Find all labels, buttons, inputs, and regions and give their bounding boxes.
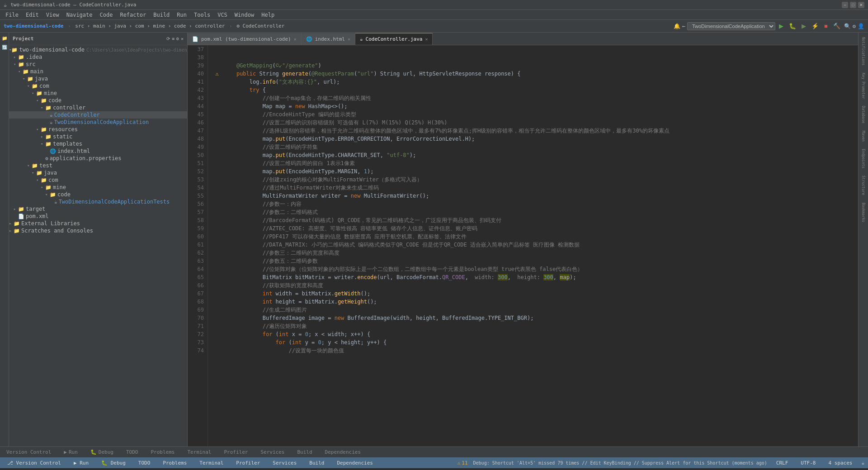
structure-tab[interactable]: Structure [860,172,866,199]
close-button[interactable]: ✕ [858,2,864,8]
stop-button[interactable]: ■ [822,22,830,30]
debug-status[interactable]: 🐛 Debug [98,457,129,468]
bookmarks-tab[interactable]: Bookmarks [860,199,866,226]
tree-item-10[interactable]: ☕TwoDimensionalCodeApplication [9,119,187,126]
editor-tab-2[interactable]: ☕CodeController.java✕ [355,33,433,45]
bottom-tab-problems[interactable]: Problems [148,448,177,456]
menu-item-help[interactable]: Help [258,11,278,19]
services-status[interactable]: Services [269,457,300,468]
code-content[interactable]: @GetMapping(©↙"/generate")⚠ public Strin… [208,45,858,446]
bottom-tab-profiler[interactable]: Profiler [221,448,250,456]
run-config-selector[interactable]: TwoDimensionalCodeApplication [687,22,775,30]
tree-item-25[interactable]: ▸📁Scratches and Consoles [9,227,187,234]
tree-item-3[interactable]: ▾📁main [9,68,187,75]
menu-item-window[interactable]: Window [231,11,258,19]
tree-item-5[interactable]: ▾📁com [9,82,187,90]
build-button[interactable]: 🔨 [831,22,842,30]
minimize-button[interactable]: − [842,2,848,8]
todo-status[interactable]: TODO [135,457,154,468]
run-button[interactable]: ▶ [777,22,785,30]
user-icon[interactable]: 👤 [858,23,864,29]
dependencies-status[interactable]: Dependencies [333,457,376,468]
line-num-47: 47 [188,127,204,135]
project-icon[interactable]: 📁 [1,34,8,42]
settings-icon[interactable]: ⚙ [853,23,856,29]
menu-item-refactor[interactable]: Refactor [116,11,150,19]
tree-item-1[interactable]: ▸📁.idea [9,53,187,61]
menu-item-file[interactable]: File [2,11,22,19]
menu-item-run[interactable]: Run [173,11,190,19]
java-icon: ☕ [861,460,864,466]
key-promoter-tab[interactable]: Key Promoter [860,69,866,103]
terminal-status[interactable]: Terminal [196,457,227,468]
bottom-tab-todo[interactable]: TODO [123,448,141,456]
tree-item-18[interactable]: ▾📁com [9,176,187,184]
line-num-50: 50 [188,151,204,159]
sync-icon[interactable]: ⟳ [166,36,170,41]
tree-item-2[interactable]: ▾📁src [9,61,187,68]
tab-close-1[interactable]: ✕ [348,37,350,42]
run-status[interactable]: ▶ Run [70,457,92,468]
menu-item-build[interactable]: Build [150,11,173,19]
debug-button[interactable]: 🐛 [787,22,798,30]
collapse-icon[interactable]: ≡ [172,36,175,41]
tree-item-13[interactable]: ▾📁templates [9,140,187,147]
indent[interactable]: 4 spaces [825,457,856,468]
run-coverage-button[interactable]: ▶ [800,22,808,30]
commit-icon[interactable]: 🔃 [1,43,8,51]
tree-item-11[interactable]: ▾📁resources [9,126,187,133]
line-ending[interactable]: CRLF [773,457,792,468]
problems-status[interactable]: Problems [159,457,190,468]
editor-tab-1[interactable]: 🌐index.html✕ [302,33,355,45]
line-num-53: 53 [188,176,204,184]
tree-item-24[interactable]: ▸📁External Libraries [9,220,187,227]
tree-item-19[interactable]: ▾📁mine [9,184,187,191]
encoding[interactable]: UTF-8 [797,457,819,468]
version-control-status[interactable]: ⎇ Version Control [4,457,65,468]
tree-item-14[interactable]: 🌐index.html [9,147,187,155]
tree-item-21[interactable]: ☕TwoDimensionalCodeApplicationTests [9,198,187,205]
bottom-tab-dependencies[interactable]: Dependencies [322,448,363,456]
project-panel-actions: ⟳ ≡ ⚙ ✕ [166,36,184,41]
menu-item-vcs[interactable]: VCS [214,11,231,19]
menu-item-edit[interactable]: Edit [22,11,42,19]
bottom-tab-terminal[interactable]: Terminal [184,448,214,456]
bottom-tab-build[interactable]: Build [294,448,315,456]
database-tab[interactable]: Database [860,102,866,127]
menu-item-view[interactable]: View [42,11,63,19]
tree-item-9[interactable]: ☕CodeController [9,111,187,119]
tree-item-4[interactable]: ▾📁java [9,75,187,82]
tab-close-0[interactable]: ✕ [294,37,297,42]
maximize-button[interactable]: □ [850,2,856,8]
menu-item-navigate[interactable]: Navigate [63,11,96,19]
tab-close-2[interactable]: ✕ [425,37,428,42]
tree-item-0[interactable]: ▾📁two-dimensional-codeC:\Users\Jason\Ide… [9,46,187,53]
menu-item-tools[interactable]: Tools [190,11,214,19]
profile-button[interactable]: ⚡ [810,22,821,30]
close-panel-icon[interactable]: ✕ [181,36,184,41]
notifications-tab[interactable]: Notifications [860,33,866,69]
settings-panel-icon[interactable]: ⚙ [176,36,179,41]
editor-tab-0[interactable]: 📄pom.xml (two-dimensional-code)✕ [188,33,302,45]
profiler-status[interactable]: Profiler [232,457,264,468]
search-icon[interactable]: 🔍 [844,23,851,29]
tree-item-16[interactable]: ▾📁test [9,162,187,169]
tree-item-15[interactable]: ⚙application.properties [9,155,187,162]
tree-item-6[interactable]: ▾📁mine [9,90,187,97]
bottom-tab-debug[interactable]: 🐛 Debug [88,448,116,456]
menu-item-code[interactable]: Code [96,11,117,19]
endpoints-tab[interactable]: Endpoints [860,145,866,172]
bottom-tab-version-control[interactable]: Version Control [4,448,54,456]
tree-item-8[interactable]: ▾📁controller [9,104,187,111]
tree-item-20[interactable]: ▾📁code [9,191,187,198]
maven-tab[interactable]: Maven [860,127,866,145]
tree-item-7[interactable]: ▾📁code [9,97,187,104]
warning-badge[interactable]: ⚠ 11 [458,460,468,466]
bottom-tab-run[interactable]: ▶ Run [61,448,80,456]
tree-item-22[interactable]: ▸📁target [9,205,187,213]
tree-item-12[interactable]: ▸📁static [9,133,187,140]
bottom-tab-services[interactable]: Services [258,448,287,456]
build-status[interactable]: Build [306,457,328,468]
tree-item-17[interactable]: ▾📁java [9,169,187,176]
tree-item-23[interactable]: 📄pom.xml [9,213,187,220]
